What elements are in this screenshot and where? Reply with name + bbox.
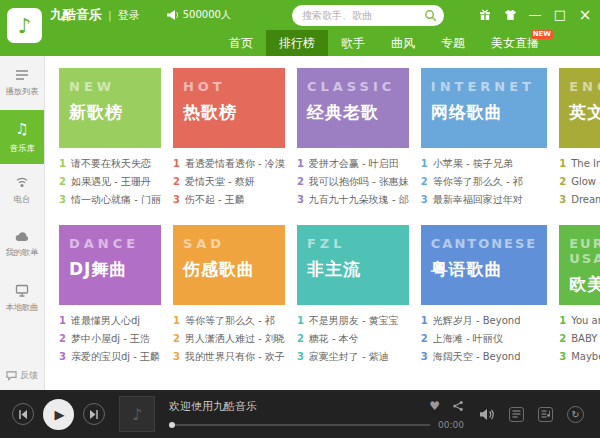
favorite-icon[interactable]: ♥ [429,399,440,413]
skin-icon[interactable] [503,8,517,22]
category-card[interactable]: ENGLISH 英文歌曲 [559,68,600,148]
category-card[interactable]: DANCE DJ舞曲 [59,225,161,305]
tab-home[interactable]: 首页 [216,30,266,56]
next-button[interactable] [83,403,105,425]
song-item[interactable]: 2我可以抱你吗 - 张惠妹 [297,173,409,191]
category-column: ENGLISH 英文歌曲 1The Impossible 2Glow - Ell… [559,68,600,211]
playlist-icon [15,69,29,81]
song-item[interactable]: 1不是男朋友 - 黄宝宝 [297,312,409,330]
song-title: BABY - Justin [571,330,600,348]
category-card[interactable]: CLASSIC 经典老歌 [297,68,409,148]
song-item[interactable]: 3伤不起 - 王麟 [173,191,285,209]
playlist-panel-icon[interactable] [538,407,553,422]
song-item[interactable]: 3情一动心就痛 - 门丽 [59,191,161,209]
search-icon[interactable] [424,9,437,22]
tab-genres[interactable]: 曲风 [378,30,428,56]
sidebar-item-my-playlists[interactable]: 我的歌单 [0,218,44,272]
sidebar-item-local-songs[interactable]: 本地歌曲 [0,272,44,326]
song-rank: 3 [173,348,180,366]
song-title: 光辉岁月 - Beyond [433,312,521,330]
category-card[interactable]: FZL 非主流 [297,225,409,305]
song-item[interactable]: 1看透爱情看透你 - 冷漠 [173,155,285,173]
category-card[interactable]: SAD 伤感歌曲 [173,225,285,305]
tab-rankings[interactable]: 排行榜 [266,30,328,56]
progress-knob[interactable] [169,422,175,428]
song-item[interactable]: 2等你等了那么久 - 祁 [421,173,547,191]
song-title: The Impossible [571,155,600,173]
song-item[interactable]: 1请不要在秋天失恋 [59,155,161,173]
song-list: 1谁最懂男人心dj 2梦中小屋dj - 王浩 3亲爱的宝贝dj - 王麟 [59,312,161,368]
song-rank: 1 [559,155,566,173]
song-item[interactable]: 3海阔天空 - Beyond [421,348,547,366]
title-divider: | [108,9,112,22]
category-card[interactable]: INTERNET 网络歌曲 [421,68,547,148]
song-item[interactable]: 1小苹果 - 筷子兄弟 [421,155,547,173]
category-column: NEW 新歌榜 1请不要在秋天失恋 2如果遇见 - 王珊丹 3情一动心就痛 - … [59,68,161,211]
nav-tabs: 首页 排行榜 歌手 曲风 专题 美女直播NEW [0,30,600,56]
category-cn-label: 经典老歌 [307,101,399,124]
sidebar-item-music-library[interactable]: ♫ 音乐库 [0,110,44,164]
song-title: 九百九十九朵玫瑰 - 邰 [309,191,409,209]
song-rank: 1 [297,155,304,173]
song-item[interactable]: 3最新幸福回家过年对 [421,191,547,209]
category-en-label: EURO-USA [569,236,600,266]
song-title: Glow - Ella [571,173,600,191]
song-item[interactable]: 3Maybe - Jay Sean [559,348,600,366]
category-card[interactable]: HOT 热歌榜 [173,68,285,148]
category-column: FZL 非主流 1不是男朋友 - 黄宝宝 2糖花 - 本兮 3寂寞尘封了 - 紫… [297,225,409,368]
sidebar-item-playlist[interactable]: 播放列表 [0,56,44,110]
close-icon[interactable]: × [578,8,592,22]
song-item[interactable]: 1谁最懂男人心dj [59,312,161,330]
song-item[interactable]: 3Dreaming About [559,191,600,209]
play-mode-icon[interactable]: ↻ [567,406,584,423]
song-rank: 1 [421,312,428,330]
song-item[interactable]: 1光辉岁月 - Beyond [421,312,547,330]
track-info: 欢迎使用九酷音乐 ♥ 00:00 [169,399,464,430]
album-art[interactable]: ♪ [119,396,155,432]
minimize-icon[interactable]: — [528,8,542,22]
previous-button[interactable] [12,403,34,425]
play-button[interactable]: ▶ [43,399,74,430]
song-item[interactable]: 2BABY - Justin [559,330,600,348]
song-item[interactable]: 2梦中小屋dj - 王浩 [59,330,161,348]
category-card[interactable]: NEW 新歌榜 [59,68,161,148]
song-item[interactable]: 1You are the one - [559,312,600,330]
category-column: SAD 伤感歌曲 1等你等了那么久 - 祁 2男人潇洒人难过 - 刘晓 3我的世… [173,225,285,368]
sidebar-item-label: 本地歌曲 [5,302,38,314]
song-item[interactable]: 1爱拼才会赢 - 叶启田 [297,155,409,173]
maximize-icon[interactable]: □ [553,8,567,22]
lyrics-icon[interactable] [509,407,524,422]
song-item[interactable]: 2如果遇见 - 王珊丹 [59,173,161,191]
category-card[interactable]: CANTONESE 粤语歌曲 [421,225,547,305]
gift-icon[interactable] [478,8,492,22]
category-card[interactable]: EURO-USA 欧美歌曲 [559,225,600,305]
song-rank: 3 [421,348,428,366]
song-rank: 1 [421,155,428,173]
song-item[interactable]: 1The Impossible [559,155,600,173]
sidebar-item-radio[interactable]: 电台 [0,164,44,218]
tab-topics[interactable]: 专题 [428,30,478,56]
volume-icon[interactable] [479,408,495,421]
song-item[interactable]: 3寂寞尘封了 - 紫迪 [297,348,409,366]
tab-live-show[interactable]: 美女直播NEW [478,30,552,56]
category-en-label: CANTONESE [431,236,537,251]
song-item[interactable]: 2爱情天堂 - 蔡妍 [173,173,285,191]
song-item[interactable]: 2糖花 - 本兮 [297,330,409,348]
song-title: 爱拼才会赢 - 叶启田 [309,155,399,173]
login-link[interactable]: 登录 [118,8,140,23]
feedback-button[interactable]: 反馈 [0,369,44,382]
song-item[interactable]: 3九百九十九朵玫瑰 - 邰 [297,191,409,209]
share-icon[interactable] [452,400,464,412]
progress-bar[interactable] [169,424,430,426]
song-item[interactable]: 2Glow - Ella [559,173,600,191]
feedback-icon [6,371,17,381]
song-list: 1The Impossible 2Glow - Ella 3Dreaming A… [559,155,600,211]
song-item[interactable]: 3我的世界只有你 - 欢子 [173,348,285,366]
song-item[interactable]: 2上海滩 - 叶丽仪 [421,330,547,348]
song-title: Maybe - Jay Sean [571,348,600,366]
search-input[interactable] [302,10,418,21]
song-item[interactable]: 2男人潇洒人难过 - 刘晓 [173,330,285,348]
song-item[interactable]: 3亲爱的宝贝dj - 王麟 [59,348,161,366]
tab-singers[interactable]: 歌手 [328,30,378,56]
song-item[interactable]: 1等你等了那么久 - 祁 [173,312,285,330]
